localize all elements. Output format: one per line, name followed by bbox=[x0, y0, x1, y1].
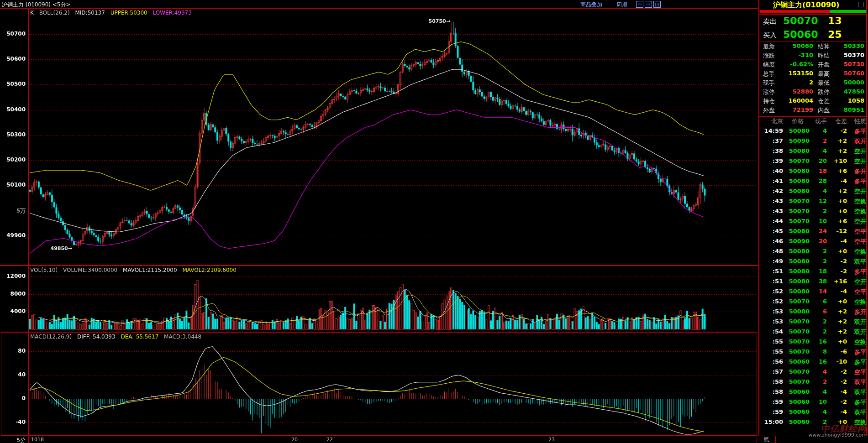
tick-cell: -2 bbox=[828, 368, 847, 375]
forward-arrow-icon[interactable]: ⇨ bbox=[645, 1, 652, 8]
tick-cell: -4 bbox=[828, 288, 847, 295]
tick-cell: 双开 bbox=[848, 328, 866, 336]
quote-value: 50760 bbox=[831, 70, 864, 77]
quote-row: 总手153150最高50760 bbox=[759, 70, 866, 79]
quote-row: 最新50060结算50330 bbox=[759, 42, 866, 52]
tick-cell: 50060 bbox=[786, 358, 810, 365]
tick-cell: 15:00 bbox=[759, 418, 783, 425]
tick-cell: 双平 bbox=[848, 408, 866, 417]
axis-tick-label: 0 bbox=[0, 395, 26, 401]
tick-row: :59500604-4双平 bbox=[759, 407, 866, 417]
tick-cell: 4 bbox=[810, 388, 827, 395]
tick-cell: 空换 bbox=[848, 208, 866, 216]
x-axis-label: 20 bbox=[291, 437, 298, 443]
axis-tick-label: 50300 bbox=[0, 131, 26, 138]
tick-cell: :52 bbox=[759, 298, 783, 305]
tick-cell: 空平 bbox=[848, 238, 866, 246]
period-menu-button[interactable]: 周期 bbox=[616, 1, 627, 9]
tick-cell: :41 bbox=[759, 177, 783, 184]
tick-cell: 4 bbox=[810, 147, 827, 154]
axis-tick-label: 80 bbox=[0, 348, 26, 354]
tick-cell: 双平 bbox=[848, 378, 866, 386]
watermark-url: www.zhongyi9999.com bbox=[794, 433, 867, 438]
tick-row: :38500804+2空开 bbox=[759, 146, 866, 156]
tick-row: :58500604-4双平 bbox=[759, 387, 866, 397]
tick-row: :43500702+0空换 bbox=[759, 207, 866, 217]
boll-lower-value: LOWER:49973 bbox=[153, 10, 192, 16]
tick-cell: -4 bbox=[828, 408, 847, 415]
quote-value: 50330 bbox=[831, 42, 864, 49]
tick-cell: 12 bbox=[810, 198, 827, 204]
tick-cell: 50080 bbox=[786, 177, 810, 184]
bid-row[interactable]: 买入 50060 25 bbox=[759, 29, 866, 42]
tick-row: :54500702+2双开 bbox=[759, 327, 866, 337]
tick-cell: 2 bbox=[810, 258, 827, 265]
tick-cell: +16 bbox=[828, 278, 847, 285]
axis-tick-label: 50600 bbox=[0, 56, 26, 62]
tick-cell: 10 bbox=[810, 398, 827, 405]
period-tab[interactable]: 5分 bbox=[0, 437, 26, 443]
tick-cell: +0 bbox=[828, 298, 847, 305]
quote-value: 50000 bbox=[831, 79, 864, 86]
tick-cell: 28 bbox=[810, 177, 827, 184]
tick-cell: 50070 bbox=[786, 218, 810, 224]
tick-cell: 空平 bbox=[848, 368, 866, 376]
ask-row[interactable]: 卖出 50070 13 bbox=[759, 15, 866, 28]
tick-cell: 14:59 bbox=[759, 127, 783, 134]
tick-cell: 多平 bbox=[848, 268, 866, 276]
tick-cell: 空开 bbox=[848, 278, 866, 286]
tick-header-cell: 现手 bbox=[810, 117, 827, 125]
tick-cell: 空换 bbox=[848, 338, 866, 346]
tick-header-cell: 北京 bbox=[762, 117, 783, 125]
overlay-menu-button[interactable]: 商品叠加 bbox=[580, 1, 602, 9]
tick-row: :435007012+0空换 bbox=[759, 197, 866, 207]
tick-cell: :43 bbox=[759, 208, 783, 214]
bid-label: 买入 bbox=[763, 31, 777, 40]
tick-cell: -12 bbox=[828, 228, 847, 235]
tick-cell: :54 bbox=[759, 328, 783, 335]
quote-label: 结算 bbox=[818, 42, 830, 51]
tick-cell: -2 bbox=[828, 268, 847, 275]
quote-label: 内盘 bbox=[818, 106, 830, 115]
tick-cell: 50080 bbox=[786, 288, 810, 295]
tick-row: :55500708-6多平 bbox=[759, 347, 866, 357]
tick-row: :515008018-2多平 bbox=[759, 267, 866, 277]
tick-cell: +0 bbox=[828, 338, 847, 345]
quote-label: 跌停 bbox=[818, 88, 830, 96]
quote-value: 1058 bbox=[831, 97, 864, 104]
tick-cell: 16 bbox=[810, 358, 827, 365]
quote-label: 仓差 bbox=[818, 97, 830, 105]
tick-cell: +10 bbox=[828, 157, 847, 164]
tick-row: :405008018+6多开 bbox=[759, 167, 866, 177]
tick-cell: 14 bbox=[810, 288, 827, 295]
boll-indicator-label: BOLL(26,2) bbox=[39, 10, 70, 16]
tick-cell: 10 bbox=[810, 218, 827, 224]
tick-row: :595006010-2多平 bbox=[759, 397, 866, 407]
tick-cell: :39 bbox=[759, 157, 783, 164]
axis-tick-label: 49900 bbox=[0, 232, 26, 239]
tick-cell: 50070 bbox=[786, 328, 810, 335]
tick-cell: 2 bbox=[810, 137, 827, 144]
quote-label: 现手 bbox=[763, 79, 775, 87]
tick-cell: 50070 bbox=[786, 208, 810, 214]
tick-cell: 4 bbox=[810, 368, 827, 375]
back-arrow-icon[interactable]: ⇦ bbox=[636, 1, 643, 8]
quote-panel: 沪铜主力(010090) 卖出 50070 13 买入 50060 25 最新5… bbox=[758, 0, 867, 436]
tick-list[interactable]: 14:59500804-2多平:37500902+2双开:38500804+2空… bbox=[759, 126, 866, 427]
tick-row: :48500802+0空换 bbox=[759, 247, 866, 257]
quote-value: 160004 bbox=[776, 97, 813, 104]
tick-row: :53500806+2多开 bbox=[759, 307, 866, 317]
tick-cell: +6 bbox=[828, 167, 847, 174]
tick-cell: +0 bbox=[828, 198, 847, 204]
tick-row: :565006016-10多平 bbox=[759, 357, 866, 367]
tick-cell: -2 bbox=[828, 398, 847, 405]
tick-row: :395007020+10空开 bbox=[759, 156, 866, 167]
kline-chart-canvas[interactable] bbox=[0, 0, 758, 443]
tick-row: :455008024-12空平 bbox=[759, 227, 866, 237]
restore-window-icon[interactable] bbox=[858, 2, 863, 7]
ratio-green-segment bbox=[830, 10, 866, 13]
tick-row: :49500802-2双平 bbox=[759, 257, 866, 267]
tile-windows-icon[interactable]: ◫ bbox=[653, 1, 661, 8]
quote-label: 外盘 bbox=[763, 106, 775, 115]
tick-tab[interactable]: 笔 bbox=[757, 436, 776, 443]
